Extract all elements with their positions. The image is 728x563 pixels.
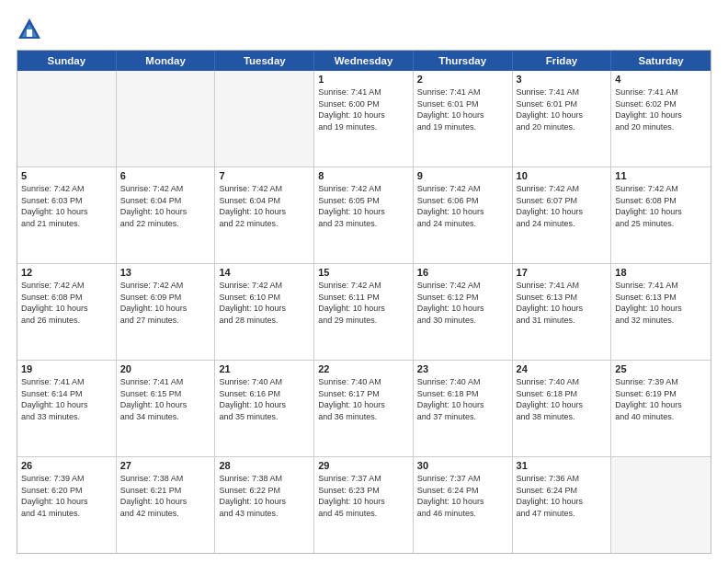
- day-cell: 13Sunrise: 7:42 AM Sunset: 6:09 PM Dayli…: [117, 264, 216, 360]
- day-number: 26: [21, 460, 112, 471]
- day-info: Sunrise: 7:41 AM Sunset: 6:01 PM Dayligh…: [417, 86, 508, 132]
- calendar-row: 1Sunrise: 7:41 AM Sunset: 6:00 PM Daylig…: [17, 71, 711, 167]
- day-number: 15: [318, 267, 409, 278]
- day-number: 21: [219, 363, 310, 374]
- day-cell: 6Sunrise: 7:42 AM Sunset: 6:04 PM Daylig…: [117, 167, 216, 263]
- day-number: 4: [615, 74, 707, 85]
- day-cell: 11Sunrise: 7:42 AM Sunset: 6:08 PM Dayli…: [611, 167, 711, 263]
- header: [17, 17, 711, 42]
- day-cell: 22Sunrise: 7:40 AM Sunset: 6:17 PM Dayli…: [314, 361, 414, 456]
- day-info: Sunrise: 7:40 AM Sunset: 6:17 PM Dayligh…: [318, 376, 409, 422]
- calendar-row: 12Sunrise: 7:42 AM Sunset: 6:08 PM Dayli…: [17, 263, 711, 360]
- weekday-header: Thursday: [414, 51, 513, 71]
- day-cell: 19Sunrise: 7:41 AM Sunset: 6:14 PM Dayli…: [17, 361, 117, 456]
- day-cell: 14Sunrise: 7:42 AM Sunset: 6:10 PM Dayli…: [215, 264, 314, 360]
- day-number: 2: [417, 74, 508, 85]
- day-cell: 3Sunrise: 7:41 AM Sunset: 6:01 PM Daylig…: [513, 71, 612, 167]
- empty-cell: [117, 71, 216, 167]
- day-info: Sunrise: 7:37 AM Sunset: 6:23 PM Dayligh…: [318, 473, 409, 519]
- day-number: 14: [219, 267, 310, 278]
- day-number: 11: [615, 170, 707, 181]
- svg-rect-2: [27, 29, 32, 37]
- calendar-row: 19Sunrise: 7:41 AM Sunset: 6:14 PM Dayli…: [17, 360, 711, 456]
- weekday-header: Monday: [117, 51, 216, 71]
- day-cell: 16Sunrise: 7:42 AM Sunset: 6:12 PM Dayli…: [414, 264, 513, 360]
- day-cell: 5Sunrise: 7:42 AM Sunset: 6:03 PM Daylig…: [17, 167, 117, 263]
- day-number: 1: [318, 74, 409, 85]
- day-info: Sunrise: 7:42 AM Sunset: 6:03 PM Dayligh…: [21, 183, 112, 229]
- day-info: Sunrise: 7:42 AM Sunset: 6:04 PM Dayligh…: [219, 183, 310, 229]
- logo-icon: [17, 17, 42, 42]
- day-number: 23: [417, 363, 508, 374]
- empty-cell: [611, 457, 711, 553]
- day-info: Sunrise: 7:39 AM Sunset: 6:20 PM Dayligh…: [21, 473, 112, 519]
- day-cell: 20Sunrise: 7:41 AM Sunset: 6:15 PM Dayli…: [117, 361, 216, 456]
- day-cell: 27Sunrise: 7:38 AM Sunset: 6:21 PM Dayli…: [117, 457, 216, 553]
- logo: [17, 17, 46, 42]
- day-number: 31: [517, 460, 608, 471]
- day-info: Sunrise: 7:38 AM Sunset: 6:22 PM Dayligh…: [219, 473, 310, 519]
- day-info: Sunrise: 7:42 AM Sunset: 6:08 PM Dayligh…: [615, 183, 707, 229]
- day-number: 10: [517, 170, 608, 181]
- day-cell: 18Sunrise: 7:41 AM Sunset: 6:13 PM Dayli…: [611, 264, 711, 360]
- empty-cell: [17, 71, 117, 167]
- day-info: Sunrise: 7:41 AM Sunset: 6:01 PM Dayligh…: [517, 86, 608, 132]
- day-info: Sunrise: 7:40 AM Sunset: 6:18 PM Dayligh…: [517, 376, 608, 422]
- day-cell: 10Sunrise: 7:42 AM Sunset: 6:07 PM Dayli…: [513, 167, 612, 263]
- day-info: Sunrise: 7:37 AM Sunset: 6:24 PM Dayligh…: [417, 473, 508, 519]
- day-info: Sunrise: 7:38 AM Sunset: 6:21 PM Dayligh…: [120, 473, 211, 519]
- day-cell: 23Sunrise: 7:40 AM Sunset: 6:18 PM Dayli…: [414, 361, 513, 456]
- day-number: 12: [21, 267, 112, 278]
- day-number: 7: [219, 170, 310, 181]
- empty-cell: [215, 71, 314, 167]
- day-info: Sunrise: 7:41 AM Sunset: 6:15 PM Dayligh…: [120, 376, 211, 422]
- day-number: 6: [120, 170, 211, 181]
- day-info: Sunrise: 7:41 AM Sunset: 6:14 PM Dayligh…: [21, 376, 112, 422]
- day-number: 17: [517, 267, 608, 278]
- day-info: Sunrise: 7:42 AM Sunset: 6:09 PM Dayligh…: [120, 280, 211, 326]
- day-info: Sunrise: 7:42 AM Sunset: 6:11 PM Dayligh…: [318, 280, 409, 326]
- day-number: 8: [318, 170, 409, 181]
- day-number: 3: [517, 74, 608, 85]
- day-cell: 7Sunrise: 7:42 AM Sunset: 6:04 PM Daylig…: [215, 167, 314, 263]
- day-info: Sunrise: 7:42 AM Sunset: 6:10 PM Dayligh…: [219, 280, 310, 326]
- day-cell: 15Sunrise: 7:42 AM Sunset: 6:11 PM Dayli…: [314, 264, 414, 360]
- day-number: 5: [21, 170, 112, 181]
- day-info: Sunrise: 7:41 AM Sunset: 6:02 PM Dayligh…: [615, 86, 707, 132]
- day-cell: 24Sunrise: 7:40 AM Sunset: 6:18 PM Dayli…: [513, 361, 612, 456]
- day-info: Sunrise: 7:42 AM Sunset: 6:08 PM Dayligh…: [21, 280, 112, 326]
- day-cell: 1Sunrise: 7:41 AM Sunset: 6:00 PM Daylig…: [314, 71, 414, 167]
- calendar-row: 5Sunrise: 7:42 AM Sunset: 6:03 PM Daylig…: [17, 167, 711, 263]
- day-number: 18: [615, 267, 707, 278]
- day-number: 9: [417, 170, 508, 181]
- day-number: 24: [517, 363, 608, 374]
- day-number: 28: [219, 460, 310, 471]
- day-info: Sunrise: 7:39 AM Sunset: 6:19 PM Dayligh…: [615, 376, 707, 422]
- weekday-header: Saturday: [611, 51, 711, 71]
- day-number: 16: [417, 267, 508, 278]
- day-number: 20: [120, 363, 211, 374]
- day-cell: 31Sunrise: 7:36 AM Sunset: 6:24 PM Dayli…: [513, 457, 612, 553]
- day-cell: 8Sunrise: 7:42 AM Sunset: 6:05 PM Daylig…: [314, 167, 414, 263]
- day-cell: 29Sunrise: 7:37 AM Sunset: 6:23 PM Dayli…: [314, 457, 414, 553]
- calendar-row: 26Sunrise: 7:39 AM Sunset: 6:20 PM Dayli…: [17, 456, 711, 553]
- calendar: SundayMondayTuesdayWednesdayThursdayFrid…: [17, 50, 711, 554]
- day-info: Sunrise: 7:42 AM Sunset: 6:07 PM Dayligh…: [517, 183, 608, 229]
- day-cell: 2Sunrise: 7:41 AM Sunset: 6:01 PM Daylig…: [414, 71, 513, 167]
- day-number: 19: [21, 363, 112, 374]
- day-info: Sunrise: 7:42 AM Sunset: 6:04 PM Dayligh…: [120, 183, 211, 229]
- day-info: Sunrise: 7:40 AM Sunset: 6:18 PM Dayligh…: [417, 376, 508, 422]
- day-cell: 12Sunrise: 7:42 AM Sunset: 6:08 PM Dayli…: [17, 264, 117, 360]
- day-cell: 28Sunrise: 7:38 AM Sunset: 6:22 PM Dayli…: [215, 457, 314, 553]
- day-number: 22: [318, 363, 409, 374]
- day-cell: 25Sunrise: 7:39 AM Sunset: 6:19 PM Dayli…: [611, 361, 711, 456]
- day-info: Sunrise: 7:41 AM Sunset: 6:13 PM Dayligh…: [517, 280, 608, 326]
- day-info: Sunrise: 7:42 AM Sunset: 6:05 PM Dayligh…: [318, 183, 409, 229]
- calendar-header: SundayMondayTuesdayWednesdayThursdayFrid…: [17, 51, 711, 71]
- day-info: Sunrise: 7:40 AM Sunset: 6:16 PM Dayligh…: [219, 376, 310, 422]
- day-number: 25: [615, 363, 707, 374]
- day-cell: 17Sunrise: 7:41 AM Sunset: 6:13 PM Dayli…: [513, 264, 612, 360]
- day-number: 13: [120, 267, 211, 278]
- day-cell: 30Sunrise: 7:37 AM Sunset: 6:24 PM Dayli…: [414, 457, 513, 553]
- weekday-header: Sunday: [17, 51, 117, 71]
